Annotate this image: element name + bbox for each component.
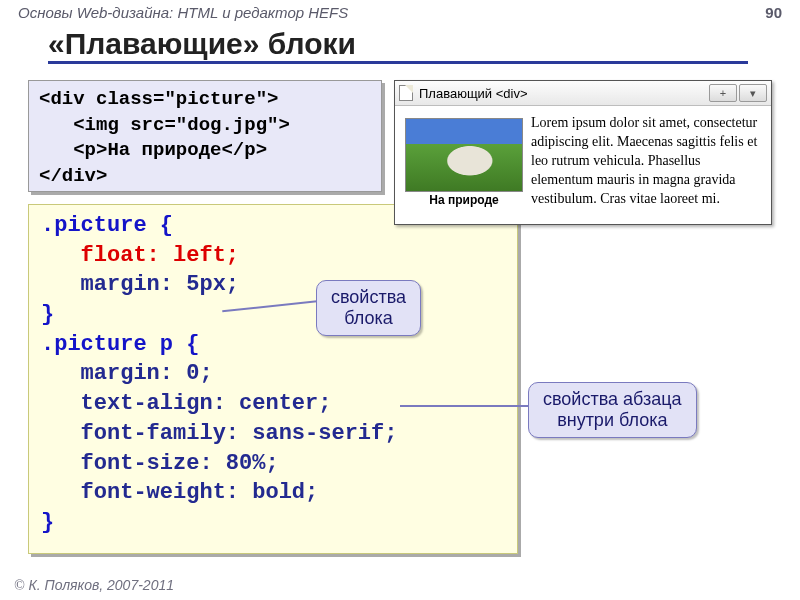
css-prop-size: font-size: 80%; xyxy=(81,451,279,476)
breadcrumb: Основы Web-дизайна: HTML и редактор HEFS xyxy=(18,4,348,21)
css-code-block: .picture { float: left; margin: 5px; } .… xyxy=(28,204,518,554)
picture-caption: На природе xyxy=(405,192,523,208)
callout-para-props: свойства абзаца внутри блока xyxy=(528,382,697,438)
callout-block-props: свойства блока xyxy=(316,280,421,336)
slide-title: «Плавающие» блоки xyxy=(48,27,748,64)
callout-line-2 xyxy=(400,405,530,407)
css-prop-margin0: margin: 0; xyxy=(81,361,213,386)
footer-text: К. Поляков, 2007-2011 xyxy=(29,577,174,593)
html-code-block: <div class="picture"> <img src="dog.jpg"… xyxy=(28,80,382,192)
css-selector-p: .picture p { xyxy=(41,332,199,357)
browser-titlebar: Плавающий <div> + ▾ xyxy=(395,81,771,106)
css-brace2: } xyxy=(41,510,54,535)
css-prop-family: font-family: sans-serif; xyxy=(81,421,398,446)
lorem-text: Lorem ipsum dolor sit amet, consectetur … xyxy=(531,115,757,206)
page-number: 90 xyxy=(765,4,782,21)
browser-window: Плавающий <div> + ▾ На природе Lorem ips… xyxy=(394,80,772,225)
css-selector: .picture { xyxy=(41,213,173,238)
browser-content: На природе Lorem ipsum dolor sit amet, c… xyxy=(395,106,771,224)
css-prop-float: float: left; xyxy=(81,243,239,268)
footer: © К. Поляков, 2007-2011 xyxy=(14,577,174,594)
dog-image xyxy=(405,118,523,192)
copyright-icon: © xyxy=(14,578,25,593)
document-icon xyxy=(399,85,413,101)
css-prop-align: text-align: center; xyxy=(81,391,332,416)
menu-button[interactable]: ▾ xyxy=(739,84,767,102)
add-button[interactable]: + xyxy=(709,84,737,102)
css-prop-margin: margin: 5px; xyxy=(81,272,239,297)
window-buttons: + ▾ xyxy=(709,84,767,102)
css-brace: } xyxy=(41,302,54,327)
browser-title: Плавающий <div> xyxy=(419,86,528,101)
css-prop-weight: font-weight: bold; xyxy=(81,480,319,505)
picture-float: На природе xyxy=(405,118,523,208)
slide-header: Основы Web-дизайна: HTML и редактор HEFS… xyxy=(0,0,800,25)
